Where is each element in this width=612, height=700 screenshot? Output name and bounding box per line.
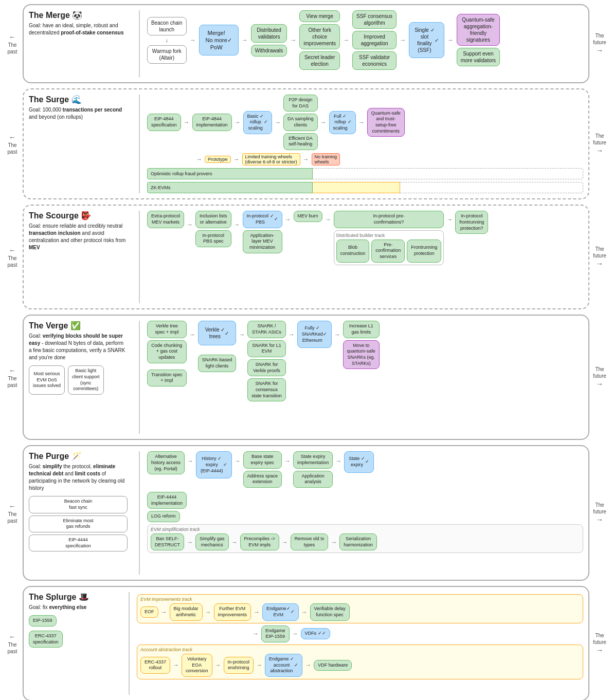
splurge-goal: Goal: fix everything else (29, 604, 117, 611)
optimistic-rollup-bar: Optimistic rollup fraud provers (147, 168, 583, 179)
sarrow5: → (358, 119, 365, 126)
quantum-safe-starks-node: Move toquantum-safeSNARKs (eg.STARKs) (343, 340, 380, 370)
in-protocol-pbs-node: In-protocol ✓PBS (243, 211, 282, 228)
evm-simplification-track: EVM simplification track Ban SELF-DESTRU… (147, 524, 583, 553)
endgame-evm-node: Endgame✓EVM (262, 603, 299, 620)
surge-info: The Surge 🌊 Goal: 100,000 transactions p… (29, 95, 132, 121)
prototype-label: Prototype (205, 156, 231, 163)
snark-l1-evm-node: SNARK for L1EVM (247, 340, 286, 357)
light-client-node: Basic lightclient support(synccommittees… (68, 365, 104, 395)
ssf-validator-node: SSF validatoreconomics (352, 51, 397, 70)
snark-verkle-node: SNARK forVerkle proofs (247, 359, 286, 376)
purge-goal: Goal: simplify the protocol, eliminate t… (29, 463, 128, 492)
quantum-safe-commit-node: Quantum-safeand trust-setup-freecommitme… (367, 108, 405, 137)
merge-section: The Merge 🐼 Goal: have an ideal, simple,… (23, 4, 589, 83)
ban-self-destruct-node: Ban SELF-DESTRUCT (151, 533, 184, 550)
frontrunning-protection2-node: In-protocolfrontrunningprotection? (455, 211, 488, 234)
eip1559-node: EIP-1559 (29, 615, 57, 627)
surge-divider (139, 95, 140, 193)
arrow2: → (242, 36, 248, 44)
scourge-past-label: The past (4, 246, 21, 268)
simplify-gas-node: Simplify gasmechanics (195, 533, 229, 550)
purge-section-wrapper: The past The future The Purge 🪄 Goal: si… (4, 445, 608, 581)
efficient-da-node: Efficient DAself-healing (283, 133, 318, 150)
endgame-eip1559-node: EndgameEIP-1559 (261, 625, 290, 642)
splurge-past-label: The past (4, 632, 21, 655)
distributed-validators-node: Distributedvalidators (251, 24, 287, 43)
merge-title: The Merge 🐼 (29, 10, 128, 20)
eip4444-impl-node: EIP-4444implementation (147, 492, 187, 509)
optimistic-rollup-filled: Optimistic rollup fraud provers (147, 168, 313, 179)
transition-spec-node: Transition spec+ impl (147, 370, 187, 386)
in-protocol-preconf-node: In-protocol pre-confirmations? (334, 211, 444, 228)
purge-future-label: The future (591, 502, 608, 524)
purge-title: The Purge 🪄 (29, 451, 128, 461)
purge-past-label: The past (4, 502, 21, 524)
splurge-section: The Splurge 🎩 Goal: fix everything else … (23, 586, 589, 700)
evm-improvements-track: EVM improvements track EOF → Big modular… (137, 594, 583, 623)
scourge-goal: Goal: ensure reliable and credibly neutr… (29, 223, 128, 251)
snark-asic-node: SNARK /STARK ASICs (247, 321, 286, 338)
splurge-divider (129, 592, 130, 695)
verge-title: The Verge ✅ (29, 321, 128, 330)
verge-future-label: The future (591, 366, 608, 389)
erc4337-rollout-node: ERC-4337rollout (140, 657, 170, 674)
scourge-title: The Scourge 👺 (29, 211, 128, 220)
verge-goal: Goal: verifying blocks should be super e… (29, 333, 128, 361)
endgame-account-node: Endgame ✓accountabstraction (265, 654, 302, 677)
scourge-info: The Scourge 👺 Goal: ensure reliable and … (29, 211, 132, 251)
other-fork-node: Other forkchoiceimprovements (299, 24, 340, 49)
further-evm-node: Further EVMimprovements (214, 603, 251, 620)
eof-node: EOF (140, 606, 158, 618)
surge-goal: Goal: 100,000 transactions per second an… (29, 106, 128, 121)
purge-divider (139, 451, 140, 575)
address-space-node: Address spaceextension (243, 471, 282, 488)
vdf-hardware-node: VDF hardware (314, 660, 352, 671)
sarrow1: → (184, 119, 190, 126)
basic-rollup-node: Basic ✓rollupscaling (243, 111, 273, 134)
arrow4: → (343, 36, 349, 44)
surge-future-label: The future (591, 133, 608, 155)
code-chunking-node: Code chunking+ gas costupdates (147, 340, 187, 363)
merge-node: Merge!No morePoW (199, 25, 239, 56)
verge-section-wrapper: The past The future The Verge ✅ Goal: ve… (4, 315, 608, 440)
serialization-node: Serializationharmonization (339, 533, 377, 550)
merge-info: The Merge 🐼 Goal: have an ideal, simple,… (29, 10, 132, 36)
eip4844-impl-node: EIP-4844implementation (192, 114, 232, 131)
arrow6: → (447, 36, 454, 44)
big-modular-node: Big modulararithmetic (170, 603, 203, 620)
eliminate-gas-refunds-node: Eliminate mostgas refunds (29, 515, 128, 532)
p2p-das-node: P2P designfor DAS (283, 95, 318, 112)
sarrow3: → (275, 119, 281, 126)
erc4337-spec-node: ERC-4337specification (29, 631, 63, 648)
precompiles-evm-node: Precompiles ->EVM impls (240, 533, 279, 550)
optimistic-rollup-empty (313, 168, 583, 179)
mev-burn-node: MEV burn (294, 211, 322, 222)
da-sampling-node: DA samplingclients (283, 114, 318, 131)
view-merge-node: View merge (299, 10, 340, 22)
surge-past-label: The past (4, 133, 21, 155)
full-rollup-node: Full ✓rollupscaling (329, 111, 356, 134)
increase-l1-gas-node: Increase L1gas limits (343, 321, 380, 338)
secret-leader-node: Secret leaderelection (299, 51, 340, 70)
verge-flow: Verkle treespec + impl Code chunking+ ga… (147, 321, 583, 401)
verkle-trees-node: Verkle ✓trees (198, 321, 237, 345)
fully-snarked-node: Fully ✓SNARKedEthereum (297, 321, 332, 348)
surge-section: The Surge 🌊 Goal: 100,000 transactions p… (23, 88, 589, 199)
surge-section-wrapper: The past The future The Surge 🌊 Goal: 10… (4, 88, 608, 199)
eip4444-spec-node: EIP-4444specification (29, 535, 128, 551)
in-protocol-enshrine-node: In-protocolenshrining (224, 657, 254, 674)
beacon-chain-node: Beacon chainlaunch (147, 17, 187, 35)
preconfirmation-services-node: Pre-confirmationservices (371, 240, 405, 263)
in-protocol-pbs-spec-node: In-protocolPBS spec (195, 230, 231, 247)
frontrunning-protection-node: Frontrunningprotection (407, 240, 441, 263)
snark-light-clients-node: SNARK-basedlight clients (198, 355, 237, 372)
scourge-section-wrapper: The past The future The Scourge 👺 Goal: … (4, 205, 608, 309)
surge-flow: EIP-4844specification → EIP-4844implemen… (147, 95, 583, 193)
arrow3: → (290, 36, 296, 44)
alt-history-node: Alternativehistory access(eg. Portal) (147, 451, 185, 474)
merge-divider (139, 10, 140, 77)
blob-construction-node: Blobconstruction (336, 240, 370, 263)
scourge-future-label: The future (591, 246, 608, 268)
eip4844-spec-node: EIP-4844specification (147, 114, 181, 131)
